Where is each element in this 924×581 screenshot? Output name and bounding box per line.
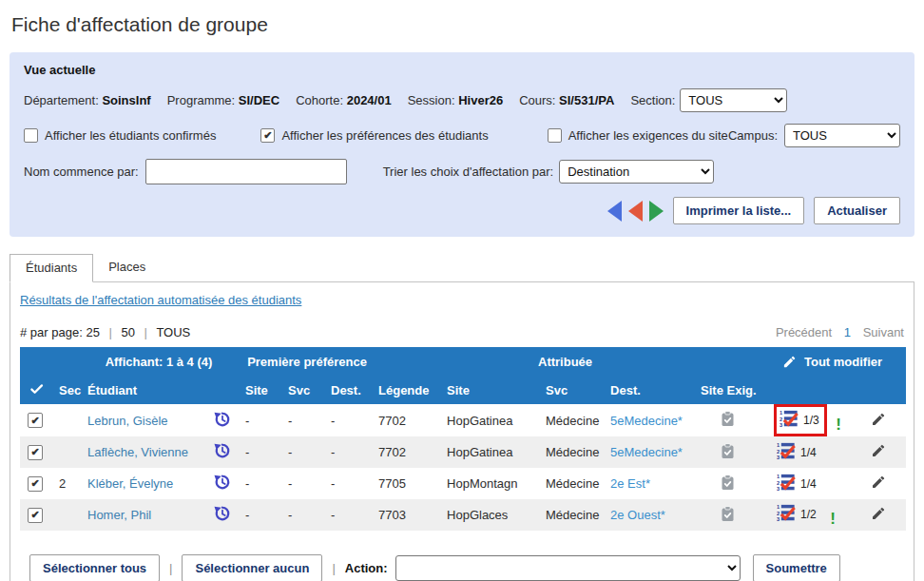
row-checkbox[interactable]: ✔	[28, 476, 43, 492]
dest-link[interactable]: 5eMedecine*	[610, 414, 683, 428]
show-preferences-checkbox[interactable]: ✔	[260, 128, 275, 143]
col-pref-svc: Svc	[283, 376, 326, 404]
pref-svc-cell: -	[283, 468, 326, 499]
dest-link[interactable]: 5eMedecine*	[610, 445, 683, 459]
edit-pencil-icon[interactable]	[871, 474, 886, 493]
col-student: Étudiant	[83, 376, 202, 404]
next-page-link[interactable]: Suivant	[863, 325, 904, 339]
per-page-50[interactable]: 50	[122, 325, 135, 339]
alert-exclamation: !	[836, 416, 841, 434]
svc-cell: Médecine	[533, 436, 606, 468]
campus-select[interactable]: TOUS	[784, 124, 900, 147]
session-field: Session: Hiver26	[408, 93, 503, 107]
edit-pencil-icon[interactable]	[871, 506, 886, 524]
prev-page-link[interactable]: Précédent	[776, 325, 832, 339]
print-list-button[interactable]: Imprimer la liste...	[673, 197, 805, 224]
col-attr-dest: Dest.	[606, 376, 696, 404]
show-confirmed-checkbox-group[interactable]: ✔ Afficher les étudiants confirmés	[24, 128, 216, 143]
pref-svc-cell: -	[283, 499, 326, 531]
row-checkbox[interactable]: ✔	[28, 445, 43, 460]
pref-site-cell: -	[241, 436, 283, 468]
show-requirements-checkbox[interactable]: ✔	[548, 128, 562, 143]
student-link[interactable]: Homer, Phil	[87, 508, 151, 522]
assignment-list-icon[interactable]	[780, 410, 799, 431]
col-attr-svc: Svc	[533, 376, 606, 404]
edit-all-button[interactable]: Tout modifier	[759, 347, 906, 376]
clipboard-check-icon[interactable]	[721, 474, 735, 494]
clipboard-check-icon[interactable]	[721, 506, 735, 525]
ratio-value: 1/4	[800, 477, 817, 491]
column-header-row: Sec Étudiant Site Svc Dest. Légende Site…	[20, 376, 906, 404]
sec-cell	[54, 404, 83, 436]
site-cell: HopMontagn	[434, 468, 533, 499]
per-page-all[interactable]: TOUS	[156, 325, 190, 339]
separator: |	[109, 325, 112, 339]
student-link[interactable]: Lebrun, Gisèle	[87, 414, 168, 428]
tab-etudiants[interactable]: Étudiants	[10, 254, 93, 282]
campus-label: Campus:	[728, 128, 778, 143]
clipboard-check-icon[interactable]	[721, 411, 735, 430]
student-link[interactable]: Kléber, Évelyne	[87, 476, 173, 491]
ratio-value: 1/3	[803, 414, 819, 427]
pref-site-cell: -	[241, 404, 283, 436]
show-requirements-checkbox-group[interactable]: ✔ Afficher les exigences du site	[548, 128, 728, 143]
current-page[interactable]: 1	[844, 325, 851, 339]
nav-red-left-icon[interactable]	[628, 201, 643, 222]
legende-cell: 7702	[374, 404, 434, 436]
history-icon[interactable]	[213, 473, 232, 494]
page-title: Fiche d'affectation de groupe	[0, 0, 924, 36]
site-cell: HopGlaces	[434, 499, 533, 531]
name-starts-with-input[interactable]	[145, 159, 347, 184]
action-label: Action:	[345, 561, 388, 575]
show-confirmed-checkbox[interactable]: ✔	[24, 128, 38, 143]
current-view-panel: Vue actuelle Département: SoinsInf Progr…	[10, 52, 914, 237]
col-attr-site: Site	[434, 376, 533, 404]
student-link[interactable]: Laflèche, Vivienne	[87, 445, 188, 459]
sort-choices-select[interactable]: Destination	[559, 160, 714, 184]
submit-button[interactable]: Soumettre	[753, 554, 840, 581]
edit-pencil-icon[interactable]	[871, 412, 886, 430]
sort-choices-label: Trier les choix d'affectation par:	[383, 165, 554, 179]
group-first-preference: Première préférence	[241, 347, 374, 376]
row-checkbox[interactable]: ✔	[28, 413, 43, 428]
pref-svc-cell: -	[283, 404, 326, 436]
programme-field: Programme: SI/DEC	[167, 93, 280, 107]
name-starts-with-label: Nom commence par:	[24, 165, 139, 179]
select-all-button[interactable]: Sélectionner tous	[29, 554, 160, 581]
show-preferences-checkbox-group[interactable]: ✔ Afficher les préférences des étudiants	[260, 128, 488, 143]
assignment-list-icon[interactable]	[777, 474, 796, 494]
sec-cell	[54, 499, 83, 531]
per-page-25[interactable]: 25	[86, 325, 99, 339]
annotation-highlight-box: 1/3	[774, 404, 827, 436]
history-icon[interactable]	[213, 441, 232, 463]
dest-link[interactable]: 2e Est*	[610, 476, 650, 491]
row-checkbox[interactable]: ✔	[28, 508, 43, 523]
sec-cell: 2	[54, 468, 83, 499]
pref-site-cell: -	[241, 468, 283, 499]
assignment-list-icon[interactable]	[777, 442, 796, 463]
auto-assignment-results-link[interactable]: Résultats de l'affectation automatisée d…	[20, 293, 301, 307]
edit-pencil-icon[interactable]	[871, 443, 886, 461]
col-pref-site: Site	[241, 376, 283, 404]
nav-blue-left-icon[interactable]	[607, 201, 622, 222]
assignment-list-icon[interactable]	[777, 504, 796, 525]
select-none-button[interactable]: Sélectionner aucun	[182, 554, 322, 581]
history-icon[interactable]	[213, 504, 232, 526]
pref-dest-cell: -	[326, 499, 374, 531]
legende-cell: 7705	[374, 468, 434, 499]
refresh-button[interactable]: Actualiser	[814, 197, 900, 224]
select-all-check-icon[interactable]	[20, 376, 54, 404]
group-header-row: Affichant: 1 à 4 (4) Première préférence…	[20, 347, 906, 376]
dest-link[interactable]: 2e Ouest*	[610, 508, 665, 522]
action-select[interactable]	[395, 555, 741, 581]
clipboard-check-icon[interactable]	[721, 443, 735, 462]
history-icon[interactable]	[213, 410, 232, 432]
tab-places[interactable]: Places	[93, 254, 161, 281]
nav-green-right-icon[interactable]	[649, 201, 664, 222]
students-table: Affichant: 1 à 4 (4) Première préférence…	[20, 347, 906, 531]
name-sort-row: Nom commence par: Trier les choix d'affe…	[24, 159, 900, 184]
pref-site-cell: -	[241, 499, 283, 531]
table-row: ✔ Lebrun, Gisèle - - - 7702 HopGatinea M…	[20, 404, 906, 436]
section-select[interactable]: TOUS	[680, 88, 787, 112]
campus-group: Campus: TOUS	[728, 124, 900, 147]
